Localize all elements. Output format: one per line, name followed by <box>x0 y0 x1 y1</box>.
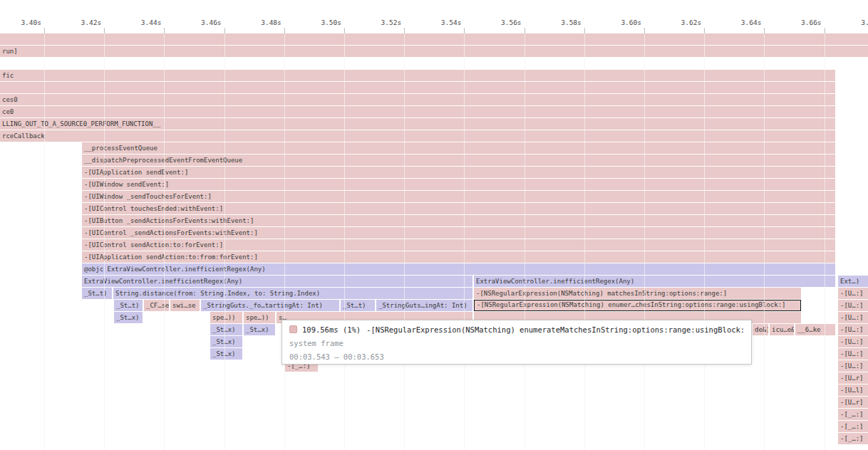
hover-tooltip: 109.56ms (1%)-[NSRegularExpression(NSMat… <box>281 320 752 365</box>
tooltip-symbol: -[NSRegularExpression(NSMatching) enumer… <box>366 325 744 334</box>
tooltip-duration: 109.56ms (1%) <box>302 325 361 334</box>
flame-bar[interactable]: String.distance(from: String.Index, to: … <box>113 288 472 299</box>
ruler-tick-label: 3.44s <box>123 19 161 27</box>
gridline <box>44 33 45 450</box>
flame-bar[interactable]: -[UIControl sendAction:to:forEvent:] <box>82 239 835 251</box>
flame-bar[interactable]: _St…t) <box>114 300 143 311</box>
flame-bar[interactable]: -[U…:] <box>838 336 868 347</box>
flame-bar[interactable]: __6…ke <box>795 324 835 335</box>
flame-bar[interactable]: spe…)) <box>244 312 275 323</box>
tooltip-time-range: 00:03.543 — 00:03.653 <box>289 350 744 364</box>
flame-bar[interactable]: _StringGuts…ingAt: Int) <box>376 300 472 311</box>
flame-bar[interactable]: rceCallback <box>0 130 835 142</box>
flame-bar[interactable] <box>0 33 868 45</box>
flame-bar[interactable]: _St…t) <box>82 288 112 299</box>
flame-bar[interactable]: _StringGuts._fo…tartingAt: Int) <box>201 300 339 311</box>
flame-bar[interactable]: -[_…:] <box>838 409 868 420</box>
ruler-tick-label: 3.42s <box>63 19 101 27</box>
flame-bar[interactable]: _St…x) <box>210 348 242 360</box>
gridline <box>764 33 765 450</box>
flame-bar[interactable]: ce0 <box>0 106 835 117</box>
flame-bar[interactable]: __processEventQueue <box>82 142 835 154</box>
flame-bar[interactable]: spe…)) <box>210 312 242 323</box>
gridline <box>344 33 345 450</box>
flame-bar[interactable]: LLING_OUT_TO_A_SOURCE0_PERFORM_FUNCTION_… <box>0 118 835 130</box>
ruler-tick-mark <box>825 28 825 33</box>
flame-bar[interactable]: _St…t) <box>341 300 375 311</box>
flame-bar[interactable]: swi…se <box>170 300 200 311</box>
ruler-tick-mark <box>404 28 405 33</box>
ruler-tick-mark <box>344 28 345 33</box>
flame-bar[interactable]: -[U…r] <box>838 397 868 408</box>
gridline <box>644 33 645 450</box>
ruler-tick-mark <box>764 28 765 33</box>
flame-bar[interactable]: -[UIApplication sendEvent:] <box>82 167 835 178</box>
flame-bar[interactable]: -[U…:] <box>838 312 868 323</box>
flame-bar[interactable]: -[UIWindow _sendTouchesForEvent:] <box>82 191 835 202</box>
flame-bar[interactable]: _St…x) <box>210 324 242 335</box>
time-profiler-flame-graph: 3.40s3.42s3.44s3.46s3.48s3.50s3.52s3.54s… <box>0 0 868 450</box>
ruler-tick-label: 3.60s <box>603 19 641 27</box>
gridline <box>825 33 825 450</box>
flame-bar[interactable]: @objc ExtraViewController.inefficientReg… <box>82 263 835 275</box>
ruler-tick-mark <box>644 28 645 33</box>
flame-bar[interactable]: __dispatchPreprocessedEventFromEventQueu… <box>82 155 835 166</box>
flame-bar[interactable]: -[_…:] <box>838 421 868 432</box>
ruler-tick-label: 3.48s <box>243 19 281 27</box>
flame-bar[interactable]: _CF…se <box>144 300 169 311</box>
flame-bar[interactable]: run] <box>0 46 868 57</box>
ruler-tick-label: 3.68s <box>843 19 868 27</box>
ruler-tick-mark <box>464 28 465 33</box>
gridline <box>404 33 405 450</box>
ruler-tick-mark <box>584 28 585 33</box>
flame-bar[interactable]: -[U…:] <box>838 288 868 299</box>
flame-bar[interactable]: _St…x) <box>244 324 275 335</box>
flame-bar-selected[interactable]: -[NSRegularExpression(NSMatching) enumer… <box>474 300 801 311</box>
flame-bar[interactable]: -[U…:] <box>838 360 868 372</box>
flame-bar[interactable]: Ext…) <box>838 276 868 287</box>
flame-bar[interactable]: _St…x) <box>210 336 242 347</box>
flame-bar[interactable]: _St…x) <box>114 312 143 323</box>
ruler-tick-mark <box>164 28 165 33</box>
ruler-tick-label: 3.56s <box>483 19 522 27</box>
gridline <box>704 33 705 450</box>
flame-bar[interactable]: ces0 <box>0 94 835 105</box>
ruler-tick-label: 3.40s <box>3 19 41 27</box>
ruler-tick-label: 3.46s <box>183 19 222 27</box>
ruler-tick-label: 3.64s <box>723 19 761 27</box>
flame-bar[interactable]: -[U…l] <box>838 384 868 396</box>
gridline <box>164 33 165 450</box>
tooltip-note: system frame <box>289 337 744 350</box>
flame-bar[interactable]: -[UIApplication sendAction:to:from:forEv… <box>82 251 835 263</box>
flame-bar[interactable]: -[U…:] <box>838 348 868 360</box>
flame-bar[interactable]: icu…e&) <box>770 324 794 335</box>
flame-bar[interactable]: ExtraViewController.inefficientRegex(Any… <box>82 276 472 287</box>
ruler-tick-label: 3.50s <box>303 19 341 27</box>
ruler-tick-label: 3.52s <box>363 19 401 27</box>
flame-bar[interactable]: ExtraViewController.inefficientRegex(Any… <box>474 276 835 287</box>
flame-bar[interactable]: -[UIControl touchesEnded:withEvent:] <box>82 203 835 214</box>
gridline <box>224 33 225 450</box>
tooltip-symbol-line: 109.56ms (1%)-[NSRegularExpression(NSMat… <box>289 323 744 337</box>
flame-bar[interactable]: -[NSRegularExpression(NSMatching) matche… <box>474 288 801 299</box>
ruler-tick-label: 3.54s <box>423 19 461 27</box>
gridline <box>525 33 525 450</box>
ruler-tick-label: 3.66s <box>783 19 822 27</box>
ruler-tick-mark <box>44 28 45 33</box>
flame-bar[interactable]: fic <box>0 70 835 81</box>
flame-bar[interactable]: -[UIButton _sendActionsForEvents:withEve… <box>82 215 835 226</box>
flame-bar[interactable]: -[U…:] <box>838 300 868 311</box>
flame-bar[interactable]: -[UIWindow sendEvent:] <box>82 179 835 190</box>
frame-color-swatch <box>289 325 297 333</box>
ruler-tick-mark <box>104 28 105 33</box>
ruler-tick-mark <box>704 28 705 33</box>
flame-bar[interactable]: -[_…:] <box>838 433 868 444</box>
flame-bar[interactable]: -[U…:] <box>838 324 868 335</box>
flame-bar[interactable]: de&) <box>753 324 768 335</box>
flame-bar[interactable]: -[U…r] <box>838 372 868 384</box>
flame-bar[interactable] <box>0 82 835 93</box>
ruler-tick-label: 3.58s <box>543 19 582 27</box>
flame-bar[interactable]: -[UIControl _sendActionsForEvents:withEv… <box>82 227 835 239</box>
gridline <box>284 33 285 450</box>
ruler-tick-mark <box>224 28 225 33</box>
